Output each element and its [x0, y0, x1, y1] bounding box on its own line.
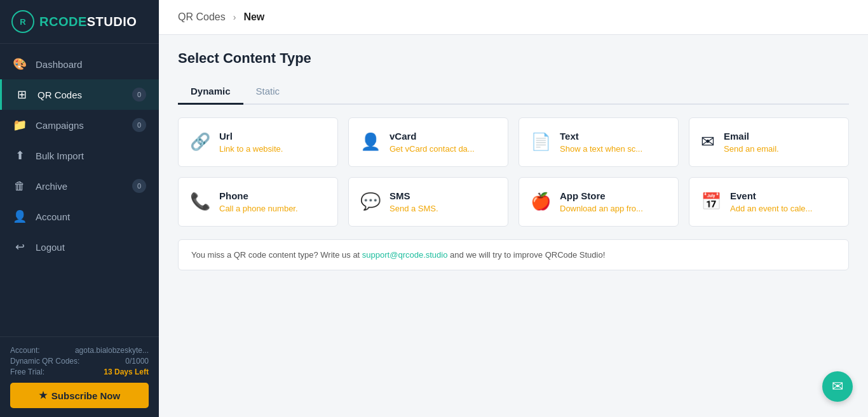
subscribe-now-button[interactable]: ★ Subscribe Now	[10, 383, 149, 408]
nav-label-campaigns: Campaigns	[36, 120, 84, 131]
chat-icon: ✉	[832, 378, 843, 395]
card-content-url: Url Link to a website.	[219, 131, 283, 154]
sidebar-footer: Account: agota.bialobzeskyte... Dynamic …	[0, 336, 159, 417]
sidebar: R RCODESTUDIO 🎨 Dashboard ⊞ QR Codes 0 📁…	[0, 0, 159, 417]
sidebar-item-dashboard[interactable]: 🎨 Dashboard	[0, 49, 159, 79]
card-vcard[interactable]: 👤 vCard Get vCard contact da...	[348, 117, 508, 167]
card-desc-vcard: Get vCard contact da...	[390, 144, 475, 154]
card-desc-text: Show a text when sc...	[560, 144, 642, 154]
trial-label: Free Trial:	[10, 367, 44, 376]
card-event[interactable]: 📅 Event Add an event to cale...	[689, 177, 849, 227]
chat-fab-button[interactable]: ✉	[822, 371, 853, 402]
card-desc-phone: Call a phone number.	[219, 204, 298, 213]
card-title-phone: Phone	[219, 190, 298, 201]
nav-icon-account: 👤	[13, 209, 27, 223]
info-text-after: and we will try to improve QRCode Studio…	[450, 250, 605, 260]
logo-studio: STUDIO	[87, 15, 137, 29]
card-desc-appstore: Download an app fro...	[560, 204, 643, 213]
content-type-tabs: DynamicStatic	[178, 79, 849, 105]
main-body: Select Content Type DynamicStatic 🔗 Url …	[159, 35, 868, 417]
card-content-phone: Phone Call a phone number.	[219, 190, 298, 213]
nav-label-bulk-import: Bulk Import	[36, 150, 84, 161]
account-value: agota.bialobzeskyte...	[75, 346, 149, 355]
card-desc-event: Add an event to cale...	[730, 204, 812, 213]
card-desc-url: Link to a website.	[219, 144, 283, 154]
dynamic-qr-label: Dynamic QR Codes:	[10, 357, 79, 366]
info-text-middle: Write us at	[320, 250, 362, 260]
breadcrumb-current: New	[243, 11, 264, 23]
nav-badge-qr-codes: 0	[132, 88, 146, 102]
card-icon-url: 🔗	[190, 132, 210, 152]
card-content-appstore: App Store Download an app fro...	[560, 190, 643, 213]
subscribe-star-icon: ★	[39, 390, 47, 401]
logo-text: RCODESTUDIO	[39, 15, 137, 29]
card-sms[interactable]: 💬 SMS Send a SMS.	[348, 177, 508, 227]
tab-static[interactable]: Static	[243, 79, 293, 105]
nav-label-dashboard: Dashboard	[36, 59, 82, 70]
info-support-link[interactable]: support@qrcode.studio	[362, 250, 448, 260]
card-appstore[interactable]: 🍎 App Store Download an app fro...	[519, 177, 679, 227]
nav-icon-bulk-import: ⬆	[13, 149, 27, 162]
sidebar-nav: 🎨 Dashboard ⊞ QR Codes 0 📁 Campaigns 0 ⬆…	[0, 44, 159, 336]
info-text-before: You miss a QR code content type?	[191, 250, 318, 260]
trial-value: 13 Days Left	[104, 367, 149, 376]
card-title-url: Url	[219, 131, 283, 142]
card-desc-email: Send an email.	[724, 144, 779, 154]
logo: R RCODESTUDIO	[0, 0, 159, 44]
sidebar-item-bulk-import[interactable]: ⬆ Bulk Import	[0, 140, 159, 171]
card-icon-phone: 📞	[190, 192, 210, 211]
card-content-email: Email Send an email.	[724, 131, 779, 154]
nav-icon-logout: ↩	[13, 240, 27, 254]
card-title-vcard: vCard	[390, 131, 475, 142]
card-phone[interactable]: 📞 Phone Call a phone number.	[178, 177, 338, 227]
card-icon-appstore: 🍎	[531, 192, 551, 211]
sidebar-item-campaigns[interactable]: 📁 Campaigns 0	[0, 110, 159, 140]
main-content: QR Codes › New Select Content Type Dynam…	[159, 0, 868, 417]
card-content-event: Event Add an event to cale...	[730, 190, 812, 213]
breadcrumb-separator: ›	[233, 12, 236, 22]
sidebar-item-qr-codes[interactable]: ⊞ QR Codes 0	[0, 79, 159, 110]
sidebar-item-account[interactable]: 👤 Account	[0, 201, 159, 232]
info-box: You miss a QR code content type? Write u…	[178, 239, 849, 270]
nav-icon-archive: 🗑	[13, 180, 27, 193]
nav-label-account: Account	[36, 211, 70, 222]
card-icon-text: 📄	[531, 132, 551, 152]
card-title-text: Text	[560, 131, 642, 142]
content-type-cards: 🔗 Url Link to a website. 👤 vCard Get vCa…	[178, 117, 849, 227]
nav-label-archive: Archive	[36, 181, 67, 192]
card-icon-email: ✉	[701, 132, 715, 152]
card-content-vcard: vCard Get vCard contact da...	[390, 131, 475, 154]
card-desc-sms: Send a SMS.	[390, 204, 438, 213]
card-icon-event: 📅	[701, 192, 721, 211]
nav-icon-campaigns: 📁	[13, 118, 27, 132]
nav-label-qr-codes: QR Codes	[37, 89, 82, 100]
card-icon-vcard: 👤	[360, 132, 381, 152]
sidebar-item-archive[interactable]: 🗑 Archive 0	[0, 171, 159, 201]
nav-badge-archive: 0	[132, 179, 146, 193]
dynamic-qr-value: 0/1000	[125, 357, 149, 366]
card-title-sms: SMS	[390, 190, 438, 201]
card-title-event: Event	[730, 190, 812, 201]
breadcrumb-parent[interactable]: QR Codes	[178, 11, 226, 23]
page-header: QR Codes › New	[159, 0, 868, 35]
card-content-text: Text Show a text when sc...	[560, 131, 642, 154]
card-icon-sms: 💬	[360, 192, 381, 211]
subscribe-btn-label: Subscribe Now	[51, 390, 120, 401]
account-label: Account:	[10, 346, 40, 355]
nav-icon-qr-codes: ⊞	[15, 88, 29, 102]
nav-badge-campaigns: 0	[132, 118, 146, 132]
nav-icon-dashboard: 🎨	[13, 57, 27, 71]
section-title: Select Content Type	[178, 50, 849, 67]
card-title-appstore: App Store	[560, 190, 643, 201]
logo-icon: R	[11, 10, 34, 33]
tab-dynamic[interactable]: Dynamic	[178, 79, 243, 105]
sidebar-item-logout[interactable]: ↩ Logout	[0, 232, 159, 262]
nav-label-logout: Logout	[36, 242, 65, 253]
card-text[interactable]: 📄 Text Show a text when sc...	[519, 117, 679, 167]
card-email[interactable]: ✉ Email Send an email.	[689, 117, 849, 167]
logo-rcode: RCODE	[39, 15, 87, 29]
card-title-email: Email	[724, 131, 779, 142]
card-content-sms: SMS Send a SMS.	[390, 190, 438, 213]
card-url[interactable]: 🔗 Url Link to a website.	[178, 117, 338, 167]
